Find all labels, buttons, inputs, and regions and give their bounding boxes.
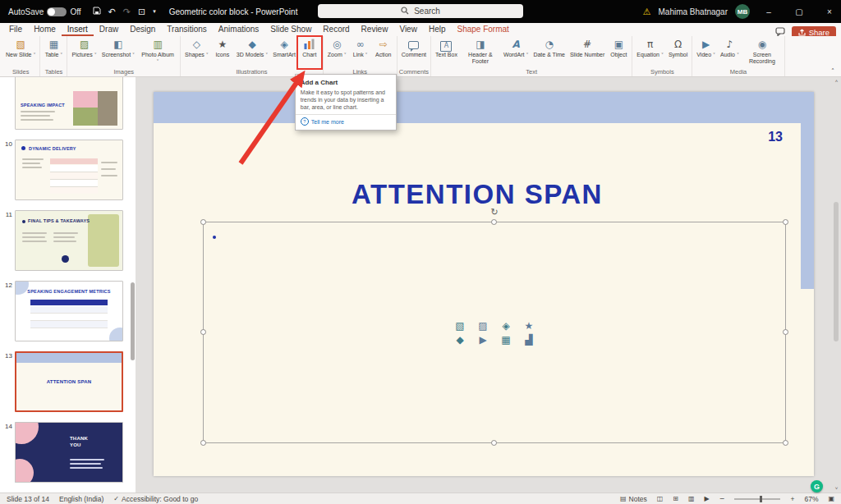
symbol-button[interactable]: Ω Symbol — [666, 36, 690, 67]
screen-recording-button[interactable]: ◉ Screen Recording — [742, 36, 783, 67]
three-d-models-button[interactable]: ◆ 3D Models ˅ — [234, 36, 270, 67]
normal-view-button[interactable]: ◫ — [657, 495, 664, 502]
resize-handle-left[interactable] — [200, 329, 206, 335]
scroll-down-icon[interactable]: ˅ — [833, 486, 840, 491]
tab-draw[interactable]: Draw — [94, 24, 124, 36]
start-presentation-button[interactable]: ⊡ — [138, 7, 145, 17]
undo-button[interactable]: ↶ — [108, 7, 116, 17]
smartart-button[interactable]: ◈ SmartArt — [270, 36, 298, 67]
resize-handle-bottom-left[interactable] — [200, 440, 206, 446]
status-slide-info[interactable]: Slide 13 of 14 — [7, 495, 49, 503]
thumbnail-scrollbar[interactable] — [131, 282, 135, 360]
notes-button[interactable]: ▤ Notes — [620, 495, 647, 503]
object-button[interactable]: ▣ Object — [607, 36, 630, 67]
zoom-in-button[interactable]: + — [790, 495, 794, 503]
slide-thumbnail-11[interactable]: FINAL TIPS & TAKEAWAYS — [15, 210, 123, 271]
chart-icon[interactable]: ▟ — [525, 334, 532, 346]
resize-handle-right[interactable] — [783, 329, 788, 335]
collapse-ribbon-icon[interactable]: ˄ — [831, 68, 834, 76]
tab-file[interactable]: File — [3, 24, 28, 36]
resize-handle-top-left[interactable] — [200, 219, 206, 225]
scroll-up-icon[interactable]: ˄ — [833, 79, 840, 84]
tab-home[interactable]: Home — [28, 24, 62, 36]
zoom-out-button[interactable]: − — [719, 495, 725, 502]
table-button[interactable]: ▦ Table ˅ — [42, 36, 65, 67]
qat-customize-caret-icon[interactable]: ▾ — [153, 8, 156, 15]
slide-thumbnail-10[interactable]: DYNAMIC DELIVERY — [15, 140, 123, 200]
screenshot-button[interactable]: ◧ Screenshot ˅ — [99, 36, 137, 67]
rotate-handle-icon[interactable]: ↻ — [490, 207, 498, 218]
icons-button[interactable]: ★ Icons — [211, 36, 234, 67]
icons-icon[interactable]: ★ — [525, 320, 534, 332]
tab-record[interactable]: Record — [317, 24, 355, 36]
action-button[interactable]: ⇨ Action — [372, 36, 395, 67]
autosave-switch-icon[interactable] — [47, 7, 67, 16]
slide-13[interactable]: 13 ATTENTION SPAN ↻ ▧ ▨ ◈ ★ ◆ ▶ ▦ ▟ — [154, 92, 814, 476]
stock-image-icon[interactable]: ▧ — [455, 320, 464, 332]
minimize-button[interactable]: – — [757, 0, 780, 23]
tab-design[interactable]: Design — [124, 24, 161, 36]
tab-view[interactable]: View — [393, 24, 423, 36]
video-button[interactable]: ▶ Video ˅ — [694, 36, 718, 67]
comment-button[interactable]: Comment — [399, 36, 429, 67]
resize-handle-top-right[interactable] — [783, 219, 788, 225]
maximize-button[interactable]: ▢ — [788, 0, 811, 23]
slide-thumbnail-14[interactable]: THANK YOU — [15, 422, 123, 483]
new-slide-button[interactable]: ▧ New Slide ˅ — [3, 36, 38, 67]
table-icon[interactable]: ▦ — [501, 334, 510, 346]
search-input[interactable]: Search — [318, 4, 523, 18]
zoom-button[interactable]: ◎ Zoom ˅ — [325, 36, 349, 67]
tab-insert[interactable]: Insert — [62, 24, 94, 36]
slide-sorter-view-button[interactable]: ⊞ — [673, 495, 678, 502]
fit-slide-button[interactable]: ▣ — [828, 495, 834, 502]
audio-button[interactable]: ♪ Audio ˅ — [718, 36, 742, 67]
status-accessibility[interactable]: ✓ Accessibility: Good to go — [113, 495, 198, 503]
link-button[interactable]: ∞ Link ˅ — [349, 36, 372, 67]
chart-button[interactable]: Chart Add a Chart Make it easy to spot p… — [298, 36, 321, 67]
autosave-toggle[interactable]: AutoSave Off — [8, 7, 81, 16]
close-button[interactable]: × — [818, 0, 841, 23]
slide-number-button[interactable]: # Slide Number — [568, 36, 607, 67]
zoom-percent[interactable]: 67% — [804, 495, 818, 503]
photo-album-button[interactable]: ▥ Photo Album ˅ — [137, 36, 178, 67]
resize-handle-top[interactable] — [491, 219, 497, 225]
slide-thumbnail-13-selected[interactable]: ATTENTION SPAN — [15, 351, 123, 412]
three-d-model-icon[interactable]: ◆ — [456, 334, 463, 346]
vertical-scrollbar[interactable]: ˄ ˅ — [833, 79, 840, 491]
content-placeholder[interactable]: ↻ ▧ ▨ ◈ ★ ◆ ▶ ▦ ▟ — [203, 222, 786, 443]
pictures-icon[interactable]: ▨ — [478, 320, 487, 332]
zoom-slider[interactable] — [734, 498, 780, 500]
shapes-button[interactable]: ◇ Shapes ˅ — [182, 36, 211, 67]
video-icon[interactable]: ▶ — [479, 334, 486, 346]
grammarly-icon[interactable]: G — [811, 480, 823, 493]
tab-help[interactable]: Help — [423, 24, 452, 36]
scrollbar-thumb[interactable] — [834, 202, 839, 341]
resize-handle-bottom[interactable] — [491, 440, 497, 446]
slide-title[interactable]: ATTENTION SPAN — [154, 179, 801, 210]
date-time-button[interactable]: ◔ Date & Time — [531, 36, 568, 67]
equation-button[interactable]: π Equation ˅ — [634, 36, 666, 67]
slide-thumbnail-12[interactable]: SPEAKING ENGAGEMENT METRICS — [15, 281, 123, 341]
tab-slide-show[interactable]: Slide Show — [264, 24, 317, 36]
tab-shape-format[interactable]: Shape Format — [451, 24, 514, 36]
tell-me-more-link[interactable]: Tell me more — [311, 119, 344, 125]
notification-icon[interactable]: ⚠ — [643, 7, 651, 17]
slide-thumbnail-9[interactable]: SPEAKING IMPACT — [15, 77, 123, 130]
tab-animations[interactable]: Animations — [213, 24, 264, 36]
reading-view-button[interactable]: ▥ — [688, 495, 695, 502]
pictures-button[interactable]: ▨ Pictures ˅ — [69, 36, 99, 67]
header-footer-button[interactable]: ◨ Header & Footer — [460, 36, 501, 67]
zoom-slider-handle[interactable] — [760, 496, 762, 502]
avatar[interactable]: MB — [735, 4, 750, 19]
tab-transitions[interactable]: Transitions — [161, 24, 213, 36]
status-language[interactable]: English (India) — [59, 495, 103, 503]
wordart-button[interactable]: A WordArt ˅ — [501, 36, 531, 67]
resize-handle-bottom-right[interactable] — [783, 440, 788, 446]
slideshow-view-button[interactable]: ▶ — [705, 495, 710, 502]
text-box-button[interactable]: A Text Box — [433, 36, 460, 67]
save-button[interactable] — [93, 7, 101, 16]
user-name[interactable]: Mahima Bhatnagar — [659, 7, 728, 16]
smartart-icon[interactable]: ◈ — [502, 320, 509, 332]
redo-button[interactable]: ↷ — [123, 7, 131, 17]
tab-review[interactable]: Review — [356, 24, 394, 36]
